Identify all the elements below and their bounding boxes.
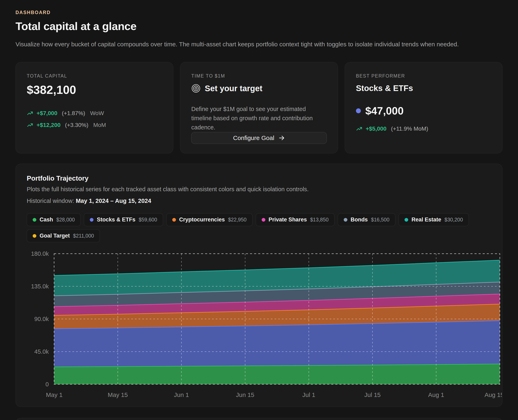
trend-percent: (+3.30%) [65,122,88,128]
legend-chip-list: Cash$28,000Stocks & ETFs$59,600Cryptocur… [27,213,491,242]
trend-row-wow: +$7,000 (+1.87%) WoW [27,110,162,117]
legend-series-value: $16,500 [371,217,390,223]
total-capital-value: $382,100 [27,83,162,97]
cash-dot-icon [33,218,36,222]
x-axis-tick: Aug 15 [485,391,502,398]
legend-series-value: $22,950 [228,217,246,223]
legend-chip-private-shares[interactable]: Private Shares$13,850 [256,213,335,226]
x-axis-tick: Jun 15 [236,391,254,398]
x-axis-tick: Aug 1 [428,391,444,398]
time-to-1m-label: TIME TO $1M [191,73,327,79]
legend-series-value: $59,600 [139,217,157,223]
best-performer-value: $47,000 [365,105,404,117]
y-axis-tick: 0 [45,381,49,388]
portfolio-trajectory-panel: Portfolio Trajectory Plots the full hist… [15,164,503,407]
bonds-dot-icon [344,218,347,222]
next-panel-preview [15,418,503,420]
private-shares-dot-icon [262,218,265,222]
time-to-1m-title-row: Set your target [191,84,327,93]
legend-series-name: Real Estate [412,217,441,223]
total-capital-label: TOTAL CAPITAL [27,73,162,79]
page-subtitle: Visualize how every bucket of capital co… [15,40,503,48]
page-title: Total capital at a glance [15,20,503,32]
best-performer-title-row: Stocks & ETFs [356,84,491,93]
x-axis-tick: Jun 1 [174,391,189,398]
stocks-etfs-dot-icon [90,218,93,222]
trending-up-icon [356,126,362,132]
legend-series-name: Bonds [351,217,368,223]
dashboard-page: DASHBOARD Total capital at a glance Visu… [15,0,503,407]
total-capital-card: TOTAL CAPITAL $382,100 +$7,000 (+1.87%) … [15,62,173,153]
cryptocurrencies-dot-icon [172,218,176,222]
legend-chip-stocks-etfs[interactable]: Stocks & ETFs$59,600 [84,213,163,226]
best-performer-title: Stocks & ETFs [356,84,413,93]
legend-chip-cryptocurrencies[interactable]: Cryptocurrencies$22,950 [166,213,253,226]
total-capital-trends: +$7,000 (+1.87%) WoW +$12,200 (+3.30%) M… [27,110,162,128]
best-performer-label: BEST PERFORMER [356,73,491,79]
legend-series-value: $30,200 [444,217,463,223]
legend-series-value: $28,000 [56,217,75,223]
chart-svg: 180.0k135.0k90.0k45.0k0May 1May 15Jun 1J… [27,248,502,399]
target-icon [191,84,201,93]
y-axis-tick: 90.0k [34,316,49,322]
stacked-area-chart: 180.0k135.0k90.0k45.0k0May 1May 15Jun 1J… [27,248,491,399]
legend-chip-cash[interactable]: Cash$28,000 [27,213,81,226]
panel-heading: Portfolio Trajectory [27,174,491,182]
legend-series-name: Cash [40,217,53,223]
trend-period: WoW [90,110,104,117]
legend-series-name: Cryptocurrencies [179,217,225,223]
x-axis-tick: Jul 1 [302,391,315,398]
y-axis-tick: 45.0k [34,348,49,355]
real-estate-dot-icon [405,218,408,222]
legend-series-name: Goal Target [40,233,70,239]
historical-window-label: Historical window: [27,198,74,204]
legend-series-value: $13,850 [310,217,328,223]
best-performer-trend: +$5,000 (+11.9% MoM) [356,126,491,132]
configure-goal-button[interactable]: Configure Goal [191,132,327,144]
x-axis-tick: May 1 [46,391,63,398]
time-to-1m-title: Set your target [205,84,262,93]
historical-window: Historical window: May 1, 2024 – Aug 15,… [27,198,491,204]
legend-series-name: Private Shares [269,217,307,223]
series-color-dot [356,108,361,113]
x-axis-tick: Jul 15 [364,391,381,398]
trend-delta: +$5,000 [366,126,387,132]
trending-up-icon [27,122,33,128]
legend-chip-bonds[interactable]: Bonds$16,500 [338,213,395,226]
y-axis-tick: 135.0k [31,283,49,290]
trend-delta: +$12,200 [37,122,61,128]
goal-target-dot-icon [33,234,36,238]
trend-row-mom: +$12,200 (+3.30%) MoM [27,122,162,128]
panel-subheading: Plots the full historical series for eac… [27,186,491,193]
trend-percent: (+1.87%) [62,110,85,117]
breadcrumb: DASHBOARD [15,10,503,15]
configure-goal-label: Configure Goal [233,135,274,142]
best-performer-card: BEST PERFORMER Stocks & ETFs $47,000 +$5… [345,62,503,153]
area-cash [54,364,500,384]
trend-delta: +$7,000 [37,110,57,117]
time-to-1m-card: TIME TO $1M Set your target Define your … [180,62,338,153]
legend-chip-goal-target[interactable]: Goal Target$211,000 [27,229,100,242]
best-performer-value-row: $47,000 [356,105,491,117]
time-to-1m-body: Define your $1M goal to see your estimat… [191,105,327,132]
x-axis-tick: May 15 [108,391,128,398]
legend-series-name: Stocks & ETFs [97,217,135,223]
trend-percent: (+11.9% MoM) [391,126,428,132]
historical-window-value: May 1, 2024 – Aug 15, 2024 [76,198,151,204]
legend-series-value: $211,000 [73,233,94,239]
trend-period: MoM [93,122,106,128]
trending-up-icon [27,110,33,117]
y-axis-tick: 180.0k [31,250,49,257]
legend-chip-real-estate[interactable]: Real Estate$30,200 [399,213,469,226]
stat-cards-row: TOTAL CAPITAL $382,100 +$7,000 (+1.87%) … [15,62,503,153]
arrow-right-icon [278,135,285,141]
